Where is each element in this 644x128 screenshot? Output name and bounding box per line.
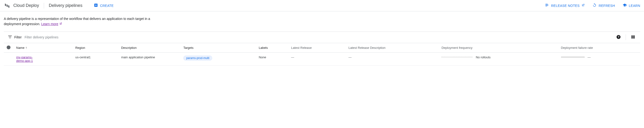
no-rollouts-text: No rollouts bbox=[476, 56, 490, 59]
col-labels[interactable]: Labels bbox=[256, 43, 288, 53]
col-description[interactable]: Description bbox=[118, 43, 181, 53]
plus-box-icon bbox=[94, 3, 98, 8]
refresh-icon bbox=[592, 3, 597, 8]
refresh-button[interactable]: REFRESH bbox=[592, 3, 615, 8]
row-labels-cell: None bbox=[256, 52, 288, 65]
learn-more-text: Learn more bbox=[41, 21, 58, 27]
external-link-icon bbox=[582, 3, 585, 7]
filter-right-actions: ? bbox=[615, 34, 636, 41]
pipelines-table: Name↑ Region Description Targets Labels … bbox=[4, 43, 640, 66]
create-label: CREATE bbox=[100, 4, 114, 7]
filter-label: Filter bbox=[14, 35, 22, 39]
row-latest-release-desc-cell: — bbox=[346, 52, 438, 65]
col-latest-release[interactable]: Latest Release bbox=[288, 43, 346, 53]
col-name[interactable]: Name↑ bbox=[13, 43, 72, 53]
row-targets-cell: params-prod-multi bbox=[180, 52, 256, 65]
product-name: Cloud Deploy bbox=[13, 3, 39, 8]
col-targets[interactable]: Targets bbox=[180, 43, 256, 53]
table-header: Name↑ Region Description Targets Labels … bbox=[4, 43, 640, 53]
logo-section: Cloud Deploy bbox=[4, 2, 39, 9]
select-all-header[interactable] bbox=[4, 43, 13, 53]
header-actions-right: RELEASE NOTES REFRESH LEARN bbox=[545, 3, 640, 8]
table-body: my-params-demo-app-1 us-central1 main ap… bbox=[4, 52, 640, 65]
app-header: Cloud Deploy Delivery pipelines CREATE R… bbox=[0, 0, 644, 11]
row-latest-release-cell: — bbox=[288, 52, 346, 65]
filter-label-wrap: Filter bbox=[8, 35, 22, 40]
description-text: A delivery pipeline is a representation … bbox=[4, 17, 150, 26]
refresh-label: REFRESH bbox=[598, 4, 615, 7]
filter-icon bbox=[8, 35, 12, 40]
col-latest-release-desc[interactable]: Latest Release Description bbox=[346, 43, 438, 53]
release-notes-label: RELEASE NOTES bbox=[551, 4, 580, 7]
columns-icon bbox=[631, 35, 636, 40]
header-divider bbox=[44, 3, 44, 8]
page-title: Delivery pipelines bbox=[49, 3, 82, 8]
sort-arrow-up-icon: ↑ bbox=[26, 46, 27, 50]
filter-bar: Filter ? bbox=[4, 32, 640, 43]
svg-text:?: ? bbox=[618, 35, 619, 38]
select-dot-icon bbox=[7, 46, 10, 49]
graduation-cap-icon bbox=[622, 3, 627, 8]
external-link-icon bbox=[59, 21, 62, 27]
frequency-bar bbox=[442, 57, 472, 58]
failure-bar bbox=[561, 57, 585, 58]
target-chip[interactable]: params-prod-multi bbox=[183, 56, 212, 61]
learn-label: LEARN bbox=[629, 4, 640, 7]
header-actions-left: CREATE bbox=[94, 3, 114, 8]
row-select-cell[interactable] bbox=[4, 52, 13, 65]
learn-button[interactable]: LEARN bbox=[622, 3, 640, 8]
col-deployment-freq[interactable]: Deployment frequency bbox=[438, 43, 558, 53]
table-row: my-params-demo-app-1 us-central1 main ap… bbox=[4, 52, 640, 65]
page-description: A delivery pipeline is a representation … bbox=[4, 16, 151, 27]
filter-input[interactable] bbox=[24, 35, 612, 39]
column-display-button[interactable] bbox=[630, 34, 636, 41]
help-button[interactable]: ? bbox=[615, 34, 622, 41]
failure-dash: — bbox=[588, 56, 591, 59]
row-description-cell: main application pipeline bbox=[118, 52, 181, 65]
release-notes-button[interactable]: RELEASE NOTES bbox=[545, 3, 585, 8]
cloud-deploy-logo-icon bbox=[4, 2, 10, 9]
create-button[interactable]: CREATE bbox=[94, 3, 114, 8]
col-deployment-fail[interactable]: Deployment failure rate bbox=[558, 43, 640, 53]
row-deployment-freq-cell: No rollouts bbox=[438, 52, 558, 65]
notes-icon bbox=[545, 3, 549, 8]
row-deployment-fail-cell: — bbox=[558, 52, 640, 65]
main-content: A delivery pipeline is a representation … bbox=[0, 11, 644, 66]
learn-more-link[interactable]: Learn more bbox=[41, 21, 62, 27]
row-region-cell: us-central1 bbox=[72, 52, 118, 65]
row-name-cell: my-params-demo-app-1 bbox=[13, 52, 72, 65]
col-region[interactable]: Region bbox=[72, 43, 118, 53]
divider bbox=[626, 34, 626, 40]
pipeline-name-link[interactable]: my-params-demo-app-1 bbox=[16, 56, 38, 63]
help-circle-icon: ? bbox=[616, 35, 621, 40]
